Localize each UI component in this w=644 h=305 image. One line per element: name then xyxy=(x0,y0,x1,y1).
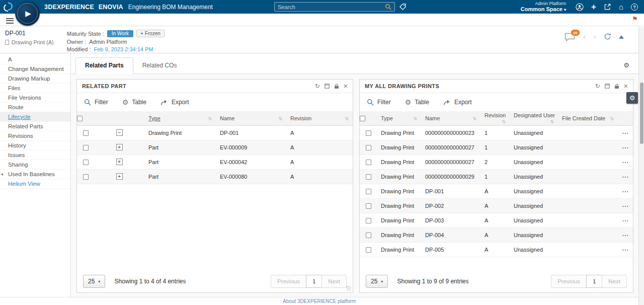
3dexperience-compass-icon[interactable]: ▶ xyxy=(15,1,40,26)
row-actions-icon[interactable]: ⋯ xyxy=(622,158,629,166)
table-row[interactable]: Drawing PrintDP-001AUnassigned⋯ xyxy=(360,184,633,198)
column-header-type[interactable]: Type⇅ xyxy=(377,111,421,125)
sidebar-item-related-parts[interactable]: Related Parts xyxy=(0,122,70,131)
expand-row-icon[interactable]: + xyxy=(116,173,123,180)
navigate-forward-icon[interactable]: › xyxy=(593,32,596,41)
page-settings-gear-icon[interactable]: ⚙ xyxy=(623,62,629,68)
filter-button[interactable]: Filter xyxy=(367,99,391,106)
row-checkbox[interactable] xyxy=(83,130,89,136)
column-header-revision[interactable]: Revision⇅ xyxy=(480,111,510,125)
refresh-page-icon[interactable] xyxy=(604,33,611,40)
home-icon[interactable]: ⌂ xyxy=(619,3,623,11)
select-all-checkbox[interactable] xyxy=(77,116,83,121)
table-row[interactable]: Drawing PrintDP-003AUnassigned⋯ xyxy=(360,213,633,227)
lock-icon[interactable] xyxy=(614,84,619,89)
column-header-name[interactable]: Name⇅ xyxy=(216,111,286,125)
column-header-designated-user[interactable]: Designated User⇅ xyxy=(510,111,558,125)
sidebar-item-lifecycle[interactable]: Lifecycle xyxy=(0,112,70,122)
share-icon[interactable] xyxy=(604,3,611,11)
row-checkbox[interactable] xyxy=(366,247,371,253)
row-actions-icon[interactable]: ⋯ xyxy=(622,173,629,181)
frozen-badge[interactable]: + Frozen xyxy=(136,30,165,37)
sidebar-item-files[interactable]: Files xyxy=(0,84,70,93)
expand-row-icon[interactable]: + xyxy=(116,144,123,150)
search-input[interactable] xyxy=(278,4,385,10)
dassault-systemes-logo-icon[interactable] xyxy=(3,2,14,13)
row-checkbox[interactable] xyxy=(83,160,89,165)
tag-icon[interactable] xyxy=(399,3,407,11)
next-page-button[interactable]: Next xyxy=(602,275,627,288)
table-row[interactable]: Drawing Print00000000000000291Unassigned… xyxy=(360,169,633,184)
sidebar-item-drawing-markup[interactable]: Drawing Markup xyxy=(0,74,70,84)
row-actions-icon[interactable]: ⋯ xyxy=(622,246,629,254)
current-page-button[interactable]: 1 xyxy=(586,275,602,288)
table-row[interactable]: Drawing Print00000000000000272Unassigned… xyxy=(360,155,633,169)
brand-logo[interactable]: 3DEXPERIENCE ENOVIA xyxy=(44,4,123,11)
table-row[interactable]: Drawing PrintDP-002AUnassigned⋯ xyxy=(360,198,633,213)
current-page-button[interactable]: 1 xyxy=(306,275,322,288)
row-checkbox[interactable] xyxy=(83,145,89,150)
row-checkbox[interactable] xyxy=(366,218,371,223)
table-row[interactable]: Drawing PrintDP-004AUnassigned⋯ xyxy=(360,227,633,242)
sidebar-item-file-versions[interactable]: File Versions xyxy=(0,93,70,103)
sidebar-item-history[interactable]: History xyxy=(0,141,70,150)
collaboration-bubble-icon[interactable]: 20 xyxy=(564,32,576,43)
row-checkbox[interactable] xyxy=(366,174,371,180)
row-checkbox[interactable] xyxy=(366,145,371,150)
page-size-select[interactable]: 25 ▾ xyxy=(366,275,388,288)
next-page-button[interactable]: Next xyxy=(321,275,347,288)
sidebar-item-sharing[interactable]: Sharing xyxy=(0,160,70,170)
sidebar-item-route[interactable]: Route xyxy=(0,103,70,112)
scrollbar-thumb[interactable] xyxy=(640,83,643,144)
table-row[interactable]: Drawing PrintDP-005AUnassigned⋯ xyxy=(360,242,633,257)
filter-button[interactable]: Filter xyxy=(84,99,108,106)
refresh-panel-icon[interactable]: ↻ xyxy=(315,83,320,89)
page-size-select[interactable]: 25 ▾ xyxy=(83,275,105,288)
sidebar-item-used-in-baselines[interactable]: Used In Baselines xyxy=(0,170,70,179)
search-icon[interactable] xyxy=(385,4,391,10)
tab-related-parts[interactable]: Related Parts xyxy=(75,57,133,74)
export-button[interactable]: Export xyxy=(160,99,189,106)
table-row[interactable]: +PartEV-000009A xyxy=(77,140,353,155)
close-icon[interactable]: × xyxy=(344,83,348,90)
resize-grip[interactable] xyxy=(346,286,351,291)
row-checkbox[interactable] xyxy=(366,160,371,165)
user-profile-icon[interactable] xyxy=(576,3,584,11)
row-checkbox[interactable] xyxy=(83,174,89,180)
export-button[interactable]: Export xyxy=(443,99,472,106)
help-icon[interactable]: ? xyxy=(631,4,638,11)
refresh-panel-icon[interactable]: ↻ xyxy=(595,83,600,89)
vertical-scrollbar[interactable] xyxy=(638,27,644,305)
account-switcher[interactable]: Admin Platform Common Space ▾ xyxy=(521,1,566,13)
table-settings-gear-button[interactable]: ⚙ xyxy=(626,92,638,104)
column-header-type[interactable]: Type⇅ xyxy=(144,111,216,125)
row-checkbox[interactable] xyxy=(366,233,371,238)
row-checkbox[interactable] xyxy=(366,203,371,209)
add-content-icon[interactable]: + xyxy=(591,3,596,11)
previous-page-button[interactable]: Previous xyxy=(271,275,306,288)
column-header-name[interactable]: Name⇅ xyxy=(421,111,480,125)
menu-icon[interactable] xyxy=(6,17,14,25)
row-checkbox[interactable] xyxy=(366,189,371,194)
row-actions-icon[interactable]: ⋯ xyxy=(622,231,629,239)
navigate-back-icon[interactable]: ‹ xyxy=(583,32,586,41)
popout-window-icon[interactable] xyxy=(605,84,610,89)
popout-window-icon[interactable] xyxy=(325,84,330,89)
select-all-checkbox[interactable] xyxy=(360,116,365,121)
flag-icon[interactable]: ⚑ xyxy=(632,16,638,22)
table-button[interactable]: ⚙ Table xyxy=(122,99,146,106)
previous-page-button[interactable]: Previous xyxy=(551,275,587,288)
table-row[interactable]: Drawing Print00000000000000231Unassigned… xyxy=(360,125,633,140)
row-actions-icon[interactable]: ⋯ xyxy=(622,129,629,137)
column-header-revision[interactable]: Revision⇅ xyxy=(286,111,353,125)
column-header-file-created-date[interactable]: File Created Date⇅ xyxy=(558,111,618,125)
row-actions-icon[interactable]: ⋯ xyxy=(622,202,629,210)
table-button[interactable]: ⚙ Table xyxy=(405,99,429,106)
sidebar-item-issues[interactable]: Issues xyxy=(0,150,70,160)
expand-row-icon[interactable]: + xyxy=(116,159,123,165)
table-row[interactable]: +PartEV-000042A xyxy=(77,155,353,169)
sidebar-item-change-management[interactable]: Change Management xyxy=(0,64,70,74)
lock-icon[interactable] xyxy=(334,84,339,89)
collapse-header-icon[interactable] xyxy=(619,35,624,39)
sidebar-item-revisions[interactable]: Revisions xyxy=(0,131,70,141)
